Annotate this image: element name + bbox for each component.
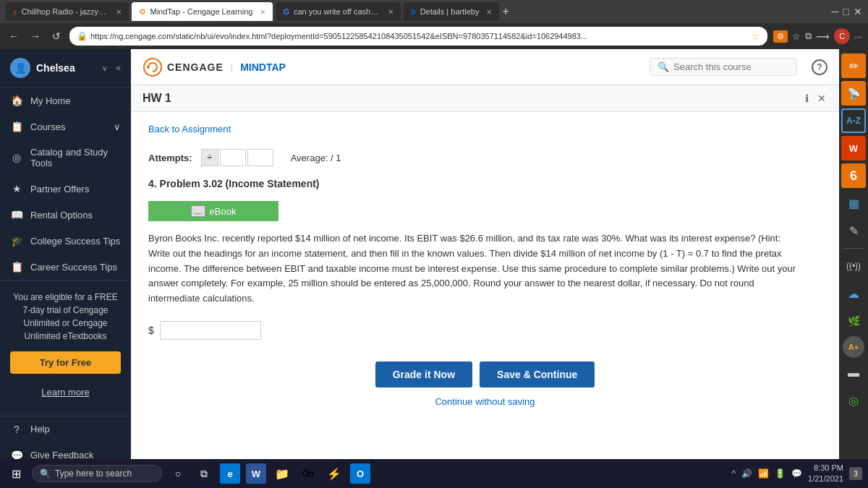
taskbar-right: ^ 🔊 📶 🔋 💬 8:30 PM 1/21/2021 3 <box>731 463 862 485</box>
courses-icon: 📋 <box>10 121 23 132</box>
continue-without-saving-link[interactable]: Continue without saving <box>148 396 822 407</box>
url-bar[interactable]: 🔒 https://ng.cengage.com/static/nb/ui/ev… <box>69 27 767 46</box>
taskbar-explorer[interactable]: 📁 <box>272 463 292 484</box>
close-window-button[interactable]: ✕ <box>854 6 862 17</box>
star-icon[interactable]: ☆ <box>792 31 801 42</box>
learn-more-link[interactable]: Learn more <box>10 380 121 406</box>
feedback-icon: 💬 <box>10 450 23 460</box>
sidebar-label-college: College Success Tips <box>30 236 120 247</box>
toolbar-chat-button[interactable]: ▬ <box>841 361 866 385</box>
taskbar-network-icon[interactable]: 📶 <box>758 468 769 479</box>
toolbar-six-button[interactable]: 6 <box>841 163 866 188</box>
toolbar-pencil-button[interactable]: ✏ <box>841 53 866 78</box>
toolbar-rss-button[interactable]: 📡 <box>841 81 866 106</box>
sidebar-collapse-button[interactable]: « <box>116 63 121 73</box>
forward-button[interactable]: → <box>27 29 43 43</box>
tab-google[interactable]: G can you write off cash flows - Go... ✕ <box>276 2 401 21</box>
taskbar-store[interactable]: 🛍 <box>298 463 318 484</box>
attempts-decrement[interactable]: ÷ <box>201 149 218 166</box>
sidebar-label-rental: Rental Options <box>30 210 93 221</box>
tab-close-4[interactable]: ✕ <box>486 8 492 16</box>
six-icon: 6 <box>850 168 857 184</box>
sidebar-item-rental-options[interactable]: 📖 Rental Options <box>0 202 131 228</box>
taskbar-outlook[interactable]: O <box>350 463 370 484</box>
taskbar-caret-icon[interactable]: ^ <box>731 468 736 479</box>
sidebar: 👤 Chelsea ∨ « 🏠 My Home 📋 Courses ∨ ◎ Ca… <box>0 49 131 459</box>
search-input[interactable] <box>673 61 789 72</box>
try-for-free-button[interactable]: Try for Free <box>10 351 121 374</box>
extensions-icon[interactable]: ⚙ <box>773 30 788 43</box>
bookmark-icon[interactable]: ☆ <box>751 30 760 42</box>
tab-chillhop[interactable]: ♪ Chillhop Radio - jazzy &... ✕ <box>6 2 129 21</box>
taskbar-battery-icon[interactable]: 🔋 <box>775 468 786 479</box>
sidebar-item-catalog[interactable]: ◎ Catalog and Study Tools <box>0 140 131 176</box>
minimize-button[interactable]: ─ <box>832 6 839 17</box>
taskbar-taskview[interactable]: ⧉ <box>194 463 214 484</box>
sidebar-item-partner-offers[interactable]: ★ Partner Offers <box>0 176 131 202</box>
az-icon: A-Z <box>846 116 861 125</box>
tab-close-2[interactable]: ✕ <box>260 8 265 16</box>
college-icon: 🎓 <box>10 235 23 247</box>
tab-mindtap[interactable]: ⚙ MindTap - Cengage Learning ✕ <box>132 2 273 21</box>
refresh-button[interactable]: ↺ <box>49 29 64 43</box>
taskbar-cortana[interactable]: ○ <box>168 463 188 484</box>
attempts-value2[interactable] <box>247 149 273 166</box>
add-tab-button[interactable]: + <box>502 5 509 18</box>
collection-icon[interactable]: ⧉ <box>805 30 812 42</box>
outlook-icon: O <box>357 468 364 479</box>
answer-input[interactable] <box>160 321 261 340</box>
answer-row: $ <box>148 321 822 340</box>
toolbar-office-button[interactable]: W <box>841 136 866 160</box>
sidebar-item-my-home[interactable]: 🏠 My Home <box>0 87 131 114</box>
address-icons: ⚙ ☆ ⧉ ⟿ C ··· <box>773 28 862 44</box>
taskbar-thunder[interactable]: ⚡ <box>324 463 344 484</box>
taskbar-edge[interactable]: e <box>220 463 240 484</box>
toolbar-circle-button[interactable]: ◎ <box>841 388 866 413</box>
hw-close-button[interactable]: ✕ <box>816 91 827 106</box>
toolbar-az-button[interactable]: A-Z <box>841 108 866 133</box>
grade-it-now-button[interactable]: Grade it Now <box>375 361 472 388</box>
action-buttons: Grade it Now Save & Continue <box>148 361 822 388</box>
sidebar-item-feedback[interactable]: 💬 Give Feedback <box>0 442 131 460</box>
toolbar-grid-button[interactable]: ▦ <box>841 191 866 215</box>
start-button[interactable]: ⊞ <box>6 463 26 484</box>
tab-close-1[interactable]: ✕ <box>116 8 122 16</box>
back-to-assignment-link[interactable]: Back to Assignment <box>148 124 231 134</box>
ebook-button[interactable]: 📖 eBook <box>148 201 278 221</box>
toolbar-aplus-button[interactable]: A+ <box>843 336 864 358</box>
sidebar-item-career-success[interactable]: 📋 Career Success Tips <box>0 254 131 280</box>
tab-bartleby[interactable]: b Details | bartleby ✕ <box>404 2 499 21</box>
toolbar-separator <box>843 248 864 249</box>
courses-chevron: ∨ <box>114 121 121 132</box>
taskbar-volume-icon[interactable]: 🔊 <box>741 468 752 479</box>
toolbar-wifi-button[interactable]: ((•)) <box>841 254 866 278</box>
toolbar-edit-button[interactable]: ✎ <box>841 218 866 243</box>
sidebar-item-college-success[interactable]: 🎓 College Success Tips <box>0 228 131 254</box>
sidebar-user[interactable]: 👤 Chelsea ∨ « <box>0 49 131 87</box>
back-button[interactable]: ← <box>6 29 22 43</box>
save-and-continue-button[interactable]: Save & Continue <box>480 361 595 388</box>
maximize-button[interactable]: □ <box>843 6 849 17</box>
hw-info-button[interactable]: ℹ <box>804 91 810 106</box>
attempts-value1[interactable] <box>220 149 246 166</box>
sidebar-item-courses[interactable]: 📋 Courses ∨ <box>0 114 131 140</box>
browser-chrome: ♪ Chillhop Radio - jazzy &... ✕ ⚙ MindTa… <box>0 0 868 23</box>
circle-icon: ◎ <box>848 394 859 408</box>
taskbar-chat-icon[interactable]: 💬 <box>791 468 802 479</box>
store-icon: 🛍 <box>302 467 314 480</box>
taskbar-search[interactable]: 🔍 Type here to search <box>32 465 162 482</box>
tab-close-3[interactable]: ✕ <box>388 8 393 16</box>
search-bar[interactable]: 🔍 <box>650 58 797 76</box>
toolbar-leaf-button[interactable]: 🌿 <box>841 309 866 333</box>
more-button[interactable]: ··· <box>854 31 862 42</box>
profile-icon[interactable]: C <box>834 28 850 44</box>
notification-badge[interactable]: 3 <box>849 467 862 480</box>
cengage-text: CENGAGE <box>167 61 224 73</box>
help-button[interactable]: ? <box>812 59 827 75</box>
taskbar-search-text: Type here to search <box>55 468 132 479</box>
share-icon[interactable]: ⟿ <box>816 31 830 42</box>
toolbar-cloud-button[interactable]: ☁ <box>841 281 866 306</box>
sidebar-item-help[interactable]: ? Help <box>0 416 131 442</box>
hw-panel: HW 1 ℹ ✕ <box>131 85 839 112</box>
taskbar-word[interactable]: W <box>246 463 266 484</box>
